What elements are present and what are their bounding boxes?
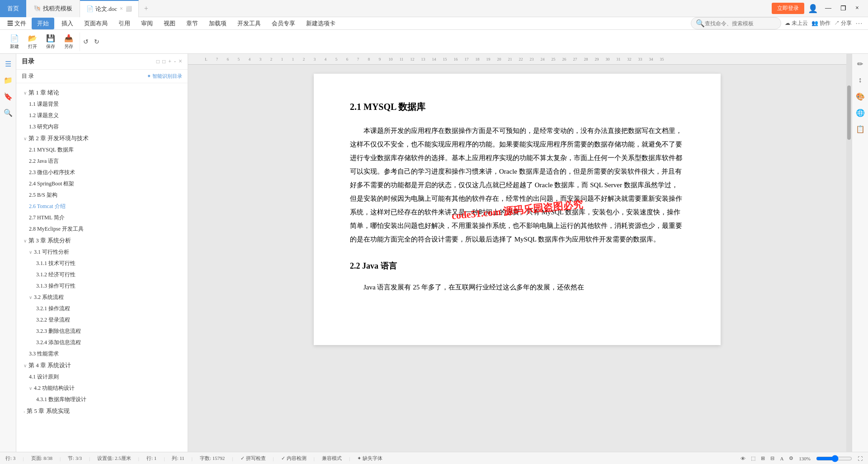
toc-item-3-1-2[interactable]: 3.1.2 经济可行性 <box>16 269 188 280</box>
toc-item-2-3[interactable]: 2.3 微信小程序技术 <box>16 167 188 178</box>
fullscreen-button[interactable]: ⛶ <box>858 456 863 461</box>
share-button[interactable]: ↗ 分享 <box>834 19 852 27</box>
toc-close-button[interactable]: × <box>179 58 182 65</box>
tab-addons[interactable]: 加载项 <box>203 18 232 29</box>
toc-item-3-2-4[interactable]: 3.2.4 添加信息流程 <box>16 337 188 348</box>
content-check-button[interactable]: ✓ 内容检测 <box>281 455 307 462</box>
toc-panel: 目录 □ □ + - × 目 录 ✦ 智能识别目录 ∨ 第 1 章 绪论 1.1… <box>16 54 188 452</box>
template-icon: 🐚 <box>33 5 41 12</box>
toc-label: 目 录 <box>22 72 34 80</box>
tab-file[interactable]: ☰ 文件 <box>2 18 32 29</box>
toc-action-1[interactable]: □ <box>156 58 160 65</box>
save-button[interactable]: 💾 保存 <box>42 33 59 51</box>
tab-close-button[interactable]: × <box>120 5 123 12</box>
toc-item-2-4[interactable]: 2.4 SpringBoot 框架 <box>16 178 188 189</box>
new-tab-button[interactable]: + <box>139 2 154 15</box>
bookmarks-icon[interactable]: 🔖 <box>2 90 14 103</box>
tab-home[interactable]: 首页 <box>0 0 26 17</box>
toc-item-4-1[interactable]: 4.1 设计原则 <box>16 371 188 383</box>
toc-item-1-2[interactable]: 1.2 课题意义 <box>16 110 188 121</box>
chevron-down-icon-4-2: ∨ <box>29 386 32 391</box>
tab-chapter[interactable]: 章节 <box>181 18 203 29</box>
tab-developer[interactable]: 开发工具 <box>232 18 266 29</box>
toc-action-4[interactable]: - <box>174 58 176 65</box>
zoom-slider[interactable] <box>816 456 852 461</box>
restore-button[interactable]: ❐ <box>837 4 850 13</box>
clipboard-icon[interactable]: 📋 <box>854 123 867 135</box>
register-button[interactable]: 立即登录 <box>772 3 804 14</box>
tab-doc[interactable]: 📄 论文.doc × ⬜ <box>80 0 139 17</box>
expand-icon[interactable]: ↕ <box>854 74 867 86</box>
tab-start[interactable]: 开始 <box>32 18 54 29</box>
toc-header: 目录 □ □ + - × <box>16 54 188 70</box>
toc-action-3[interactable]: + <box>168 58 171 65</box>
toc-item-3-1-1[interactable]: 3.1.1 技术可行性 <box>16 258 188 269</box>
files-icon[interactable]: 📁 <box>2 74 14 86</box>
edit-icon[interactable]: ✏ <box>854 57 867 70</box>
toc-item-3-2-3[interactable]: 3.2.3 删除信息流程 <box>16 326 188 337</box>
paint-icon[interactable]: 🎨 <box>854 90 867 103</box>
ai-icon: ✦ <box>147 73 151 79</box>
toc-item-3-1[interactable]: ∨ 3.1 可行性分析 <box>16 246 188 258</box>
search-input[interactable] <box>705 20 773 27</box>
toc-item-ch3[interactable]: ∨ 第 3 章 系统分析 <box>16 235 188 246</box>
toc-item-3-2-1[interactable]: 3.2.1 操作流程 <box>16 303 188 314</box>
new-file-button[interactable]: 📄 新建 <box>6 33 23 51</box>
search-bar[interactable]: 🔍 <box>691 17 781 29</box>
missing-font-button[interactable]: ✦ 缺失字体 <box>357 455 382 462</box>
scroll-up-button[interactable] <box>846 54 852 67</box>
ai-detect-button[interactable]: ✦ 智能识别目录 <box>147 73 182 80</box>
toc-item-ch1[interactable]: ∨ 第 1 章 绪论 <box>16 87 188 99</box>
toc-icon[interactable]: ☰ <box>2 57 14 70</box>
toc-item-3-1-3[interactable]: 3.1.3 操作可行性 <box>16 280 188 292</box>
minimize-button[interactable]: — <box>821 4 835 13</box>
doc-page[interactable]: 2.1 MYSQL 数据库 本课题所开发的应用程序在数据操作方面是不可预知的，是… <box>314 74 721 345</box>
toc-action-2[interactable]: □ <box>162 58 165 65</box>
toc-item-3-3[interactable]: 3.3 性能需求 <box>16 348 188 360</box>
undo-button[interactable]: ↺ <box>81 37 91 47</box>
tab-vip[interactable]: 会员专享 <box>266 18 301 29</box>
toc-item-2-5[interactable]: 2.5 B/S 架构 <box>16 189 188 201</box>
toc-item-1-1[interactable]: 1.1 课题背景 <box>16 99 188 110</box>
tab-insert[interactable]: 插入 <box>56 18 79 29</box>
tab-review[interactable]: 审阅 <box>136 18 158 29</box>
tab-page-layout[interactable]: 页面布局 <box>79 18 113 29</box>
toc-item-3-2[interactable]: ∨ 3.2 系统流程 <box>16 292 188 303</box>
toc-item-ch2[interactable]: ∨ 第 2 章 开发环境与技术 <box>16 133 188 144</box>
tab-template[interactable]: 🐚 找稻壳模板 <box>26 0 80 17</box>
vertical-scrollbar[interactable] <box>846 54 852 452</box>
toc-item-4-2[interactable]: ∨ 4.2 功能结构设计 <box>16 383 188 394</box>
tab-reference[interactable]: 引用 <box>113 18 136 29</box>
toc-item-4-3-1[interactable]: 4.3.1 数据库物理设计 <box>16 394 188 405</box>
toc-item-ch4[interactable]: ∨ 第 4 章 系统设计 <box>16 360 188 371</box>
toc-item-2-2[interactable]: 2.2 Java 语言 <box>16 156 188 167</box>
spell-check-button[interactable]: ✓ 拼写检查 <box>241 455 266 462</box>
scroll-thumb[interactable] <box>847 85 851 140</box>
find-icon[interactable]: 🔍 <box>2 106 14 119</box>
toc-item-2-7[interactable]: 2.7 HTML 简介 <box>16 212 188 223</box>
cloud-sync-button[interactable]: ☁ 未上云 <box>785 19 808 27</box>
open-file-button[interactable]: 📂 打开 <box>24 33 41 51</box>
toc-item-1-3[interactable]: 1.3 研究内容 <box>16 121 188 133</box>
tab-new-option[interactable]: 新建选项卡 <box>301 18 341 29</box>
redo-button[interactable]: ↻ <box>92 37 102 47</box>
close-button[interactable]: × <box>852 4 863 13</box>
toc-item-3-2-2[interactable]: 3.2.2 登录流程 <box>16 314 188 326</box>
toc-item-2-8[interactable]: 2.8 MyEclipse 开发工具 <box>16 223 188 235</box>
toc-item-2-6[interactable]: 2.6 Tomcat 介绍 <box>16 201 188 212</box>
more-options-button[interactable]: ⋯ <box>855 19 863 28</box>
status-col: 列: 11 <box>172 455 184 462</box>
toc-item-ch5[interactable]: › 第 5 章 系统实现 <box>16 405 188 417</box>
grid-view-button[interactable]: ⊞ <box>761 455 765 461</box>
globe-icon[interactable]: 🌐 <box>854 106 867 119</box>
toc-item-2-1[interactable]: 2.1 MYSQL 数据库 <box>16 144 188 156</box>
collaborate-button[interactable]: 👥 协作 <box>811 19 830 27</box>
save-as-button[interactable]: 📥 另存 <box>61 33 77 51</box>
settings-icon[interactable]: ⚙ <box>789 455 793 461</box>
status-section: 节: 3/3 <box>68 455 82 462</box>
single-page-view-button[interactable]: ⬚ <box>751 455 755 461</box>
multi-page-view-button[interactable]: ⊟ <box>770 455 774 461</box>
tab-restore-icon: ⬜ <box>126 6 132 12</box>
zoom-level: 130% <box>799 456 811 461</box>
tab-view[interactable]: 视图 <box>158 18 181 29</box>
